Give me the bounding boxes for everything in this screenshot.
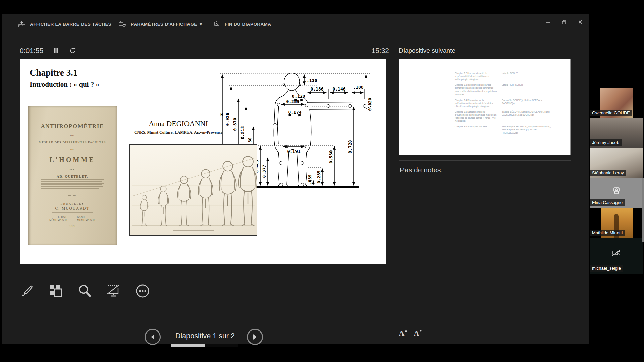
end-slideshow-button[interactable]: FIN DU DIAPORAMA [213,20,271,28]
book-subtitle: MESURE DES DIFFÉRENTES FACULTÉS [28,141,117,144]
chapter-title: Chapitre 3.4 Discussion sur la paléoalim… [455,99,498,108]
more-options-button[interactable] [134,283,151,299]
book-col-left-city: LEIPSIG [39,216,67,219]
next-slide-thumbnail[interactable]: Chapitre 3.2 Une question-clé : la repré… [399,59,571,155]
black-screen-icon [106,283,121,299]
chapter-title: Chapitre 3.5 Détection indirecte d'événe… [455,110,498,122]
diagram-label-0520: 0.520 [367,98,372,111]
participant-tile[interactable]: Stéphanie Leroy [590,148,643,178]
end-slideshow-icon [213,20,221,28]
diagram-label-0259: 0.259 [286,99,299,104]
close-button[interactable] [575,18,585,26]
participant-name: Elina Cassagne [590,199,625,206]
participant-tile[interactable]: Elina Cassagne [590,178,643,208]
webcam-icon [611,186,622,195]
minimize-icon [546,20,550,24]
next-slide-icon [252,334,258,340]
chapter-title: Chapitre 3.2 Une question-clé : la repré… [455,72,498,81]
window-controls [543,18,585,26]
chapter-row: Chapitre 3.6 Statistiques au 'Père' Jean… [455,125,559,134]
current-slide[interactable]: Chapitre 3.1 Introduction : « qui ? » An… [20,59,386,264]
pen-icon [20,284,35,298]
increase-font-button[interactable]: A [397,329,409,340]
participant-tile[interactable]: Gwenaelle GOUDE [590,88,643,118]
book-city: BRUXELLES [28,202,117,205]
chapter-row: Chapitre 3.2 Une question-clé : la repré… [455,72,559,81]
minimize-button[interactable] [543,18,553,26]
chapter-authors: Estelle HERRSCHER [502,83,552,96]
book-col-left-sub: MÊME MAISON [39,219,67,222]
zoom-slide-icon [77,283,93,299]
book-homme: L'HOMME [28,156,117,164]
zoom-slide-button[interactable] [76,283,93,299]
previous-slide-icon [150,334,156,340]
slide-counter-label: Diapositive 1 sur 2 [169,332,241,340]
diagram-label-0936: 0.936 [225,113,230,126]
book-flourish: —·— [28,194,117,197]
book-imprint-line [52,212,93,213]
display-settings-label: PARAMÈTRES D'AFFICHAGE ▼ [131,22,203,27]
pause-icon [53,48,59,54]
diagram-label-0818: 0.818 [240,126,245,139]
restore-button[interactable] [559,18,569,26]
diagram-label-0377: 0.377 [262,165,267,178]
display-settings-button[interactable]: PARAMÈTRES D'AFFICHAGE ▼ [119,20,203,28]
chapter-title: Chapitre 3.3 Identifier des ressources a… [455,83,498,96]
display-settings-icon [119,20,127,28]
presenter-tools [19,283,151,299]
author-affiliation: CNRS, Minist Culture, LAMPEA, Aix-en-Pro… [130,130,226,135]
see-all-slides-button[interactable] [48,283,64,299]
diagram-label-0720: 0.720 [347,140,353,153]
book-publisher: C. MUQUARDT [28,206,117,210]
book-de: DE [28,148,117,151]
participants-strip: Gwenaelle GOUDE Jérémy Jacob Stéphanie L… [590,0,644,362]
show-taskbar-label: AFFICHER LA BARRE DES TÂCHES [30,22,111,27]
book-col-right-city: GAND [77,216,106,219]
pen-tool-button[interactable] [19,283,36,299]
book-columns: LEIPSIG MÊME MAISON GAND MÊME MAISON [28,216,117,222]
restore-icon [562,20,567,24]
previous-slide-button[interactable] [145,329,161,345]
next-slide-content: Chapitre 3.2 Une question-clé : la repré… [455,72,559,137]
chapter-row: Chapitre 3.3 Identifier des ressources a… [455,83,559,96]
next-slide-button[interactable] [247,329,263,345]
next-slide-header: Diapositive suivante [399,47,455,54]
clock-time: 15:32 [370,47,389,55]
pause-timer-button[interactable] [52,47,60,55]
slide-progress-fill [171,344,205,347]
black-screen-button[interactable] [105,283,122,299]
see-all-slides-icon [48,283,64,299]
presenter-view-window: AFFICHER LA BARRE DES TÂCHES PARAMÈTRES … [2,14,589,344]
diagram-label-30: 30 [247,137,252,143]
restart-timer-button[interactable] [69,47,77,55]
diagram-label-0191: 0.191 [287,149,300,154]
participant-name: Gwenaelle GOUDE [590,110,632,116]
participant-name: michael_seigle [590,265,623,272]
timer-row: 0:01:55 [20,47,77,55]
author-name: Anna DEGIOANNI [130,119,226,128]
increase-font-label: A [399,329,405,338]
slide-navigation: Diapositive 1 sur 2 [143,328,267,349]
participant-tile[interactable]: michael_seigle [590,238,643,274]
show-taskbar-button[interactable]: AFFICHER LA BARRE DES TÂCHES [18,20,111,28]
participant-tile[interactable]: Mathilde Minotti [590,208,643,238]
diagram-label-0530: 0.530 [328,150,333,163]
sketch-caption-line [173,230,214,231]
decrease-font-icon [419,330,422,332]
more-options-icon [135,283,150,299]
diagram-label-0129: 0.129 [292,94,305,99]
decrease-font-button[interactable]: A [412,329,424,340]
panel-divider [392,47,392,336]
show-taskbar-icon [18,20,26,28]
chapter-row: Chapitre 3.5 Détection indirecte d'événe… [455,110,559,122]
diagram-label-H: H [220,112,223,117]
book-year: 1870 [28,224,117,228]
diagram-label-0039: .039 [307,174,312,185]
book-credentials-lines [41,179,104,190]
participant-tile[interactable]: Jérémy Jacob [590,118,643,148]
growth-sketch-image [129,144,257,236]
diagram-label-0186: 0.186 [310,86,323,92]
notes-text: Pas de notes. [400,166,443,174]
participants-scrollbar[interactable] [642,178,644,242]
screen: AFFICHER LA BARRE DES TÂCHES PARAMÈTRES … [0,0,644,362]
